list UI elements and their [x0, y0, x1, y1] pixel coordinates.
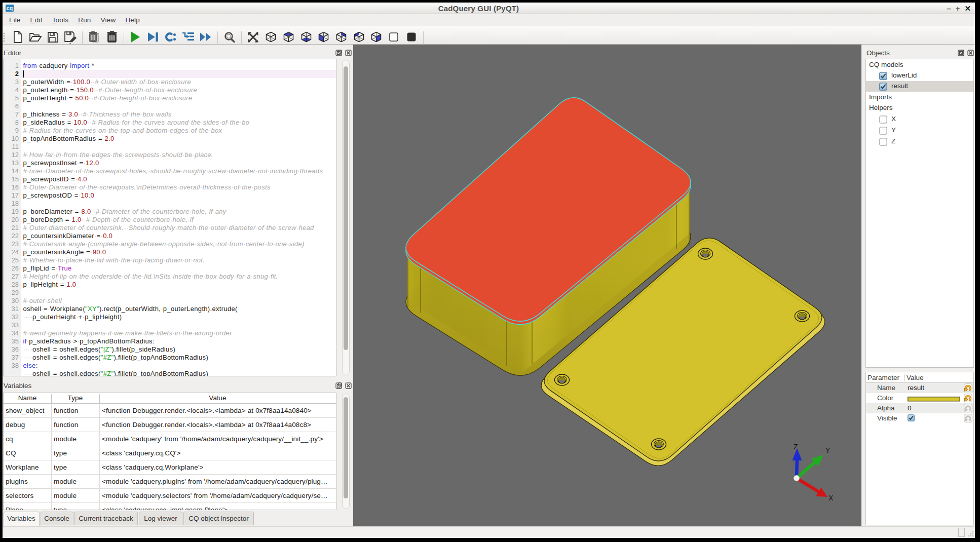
svg-text:Y: Y [825, 446, 831, 454]
svg-text:X: X [828, 494, 834, 502]
svg-text:Z: Z [794, 443, 798, 451]
